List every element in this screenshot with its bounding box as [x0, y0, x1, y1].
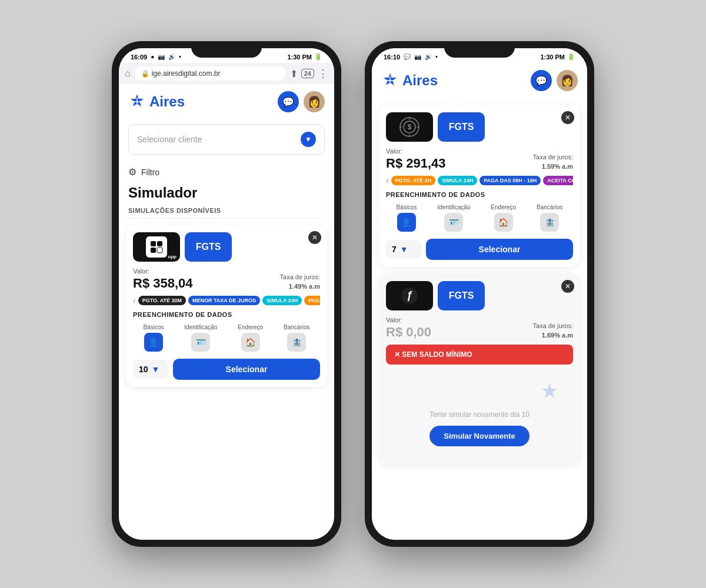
step-bank-r1: Bancários 🏦 [537, 204, 562, 232]
valor-value-right-2: R$ 0,00 [386, 325, 431, 340]
empty-text: Tente simular novamente dia 10 [398, 410, 561, 419]
fgts-logo-right-1: FGTS [438, 112, 485, 142]
header-actions-left: 💬 👩 [278, 91, 325, 112]
taxa-info-left: Taxa de juros: 1.49% a.m [280, 273, 320, 291]
app-content-right: Aires 💬 👩 ✕ [372, 63, 587, 540]
upp-icon [149, 240, 164, 254]
tag-paga: PAGA D [304, 296, 320, 305]
step-identificacao: Identificação 🪪 [184, 324, 217, 352]
steps-row-left: Básicos 👤 Identificação 🪪 Endereço 🏠 Ban… [133, 324, 320, 352]
tag-paga-r1: PAGA DAS 09H - 16H [479, 176, 541, 185]
card-logos-right-2: ƒ FGTS [386, 281, 573, 310]
valor-row-right-1: Valor: R$ 291,43 Taxa de juros: 1.59% a.… [386, 148, 573, 171]
filter-row[interactable]: ⚙ Filtro [119, 159, 334, 180]
chat-button-left[interactable]: 💬 [278, 91, 299, 112]
qty-chevron-icon: ▼ [152, 365, 160, 374]
select-chevron-icon[interactable]: ▼ [301, 132, 316, 147]
steps-row-right-1: Básicos 👤 Identificação 🪪 Endereço 🏠 Ban… [386, 204, 573, 232]
valor-row-right-2: Valor: R$ 0,00 Taxa de juros: 1.69% a.m [386, 316, 573, 340]
tag-menor-taxa: MENOR TAXA DE JUROS [188, 296, 260, 305]
emblem-logo: $ [386, 112, 433, 142]
tag-aceita-r1: ACEITA CON [543, 176, 573, 185]
chat-button-right[interactable]: 💬 [531, 70, 552, 91]
home-icon[interactable]: ⌂ [125, 68, 131, 79]
step-icon-addr-r1: 🏠 [494, 213, 513, 232]
prench-title-left: PREENCHIMENTO DE DADOS [133, 311, 320, 318]
tag-pgto: PGTO. ATÉ 30M [138, 296, 186, 305]
status-right-left: 1:30 PM 🔋 [287, 53, 322, 61]
step-basicos: Básicos 👤 [143, 324, 164, 352]
url-bar[interactable]: 🔒 ige.airesdigital.com.br [135, 66, 285, 81]
close-button-right-2[interactable]: ✕ [561, 280, 574, 293]
chat-icon-left: 💬 [282, 96, 294, 108]
valor-row-left: Valor: R$ 358,04 Taxa de juros: 1.49% a.… [133, 268, 320, 291]
tags-prev-icon[interactable]: ‹ [133, 296, 136, 305]
avatar-right[interactable]: 👩 [557, 70, 578, 91]
svg-rect-2 [157, 241, 162, 246]
select-button-left[interactable]: Selecionar [173, 359, 320, 380]
svg-rect-1 [151, 241, 156, 246]
status-time-right: 16:10 💬 📷 🔊 • [384, 54, 438, 61]
svg-text:ƒ: ƒ [407, 289, 412, 301]
app-header-right: Aires 💬 👩 [372, 63, 587, 98]
step-bancarios: Bancários 🏦 [284, 324, 309, 352]
upp-logo: upp [133, 232, 180, 262]
retry-button[interactable]: Simular Novamente [429, 426, 529, 446]
prench-title-right-1: PREENCHIMENTO DE DADOS [386, 191, 573, 198]
aires-logo-right: Aires [381, 72, 438, 89]
qty-chevron-icon-r1: ▼ [400, 245, 408, 254]
fortune-icon: ƒ [399, 285, 420, 306]
close-button-left[interactable]: ✕ [308, 231, 321, 244]
share-icon[interactable]: ⬆ [290, 68, 298, 79]
step-endereco: Endereço 🏠 [238, 324, 263, 352]
select-row-right-1: 7 ▼ Selecionar [386, 239, 573, 260]
app-header-left: Aires 💬 👩 [119, 84, 334, 119]
select-row-left: 10 ▼ Selecionar [133, 359, 320, 380]
aires-watermark-icon [538, 381, 561, 405]
tags-row-right-1: ‹ PGTO. ATÉ 2H SIMULA 24H PAGA DAS 09H -… [386, 176, 573, 185]
step-icon-bank: 🏦 [287, 333, 306, 352]
taxa-info-right-2: Taxa de juros: 1.69% a.m [533, 322, 573, 340]
card-logos-right-1: $ FGTS [386, 112, 573, 142]
error-banner: ✕ SEM SALDO MÍNIMO [386, 345, 573, 365]
aires-star-icon-right [381, 72, 399, 89]
tag-simula-r1: SIMULA 24H [438, 176, 477, 185]
section-title: SIMULAÇÕES DISPONÍVEIS [119, 203, 334, 218]
svg-rect-3 [151, 248, 156, 253]
sim-card-right-1: ✕ $ [379, 105, 580, 267]
valor-value-right-1: R$ 291,43 [386, 156, 446, 171]
emblem-icon: $ [398, 115, 421, 139]
qty-select-right-1[interactable]: 7 ▼ [386, 240, 421, 259]
browser-bar: ⌂ 🔒 ige.airesdigital.com.br ⬆ 24 ⋮ [119, 63, 334, 84]
sim-card-left: ✕ upp [126, 225, 327, 387]
step-icon-id-r1: 🪪 [444, 213, 463, 232]
select-button-right-1[interactable]: Selecionar [426, 239, 573, 260]
taxa-info-right-1: Taxa de juros: 1.59% a.m [533, 153, 573, 171]
tags-row-left: ‹ PGTO. ATÉ 30M MENOR TAXA DE JUROS SIMU… [133, 296, 320, 305]
step-icon-id: 🪪 [191, 333, 210, 352]
phone-left: 16:09 ● 📷 🔊 • 1:30 PM 🔋 ⌂ 🔒 ige.airesdig… [112, 41, 341, 547]
fgts-logo-right-2: FGTS [438, 281, 485, 310]
status-time-left: 16:09 ● 📷 🔊 • [131, 54, 181, 61]
step-icon-addr: 🏠 [241, 333, 260, 352]
tags-prev-icon-r1[interactable]: ‹ [386, 176, 389, 185]
tab-count[interactable]: 24 [301, 69, 314, 78]
tag-simula: SIMULA 24H [262, 296, 302, 305]
fortune-logo: ƒ [386, 281, 433, 310]
step-addr-r1: Endereço 🏠 [491, 204, 516, 232]
header-actions-right: 💬 👩 [531, 70, 578, 91]
sim-card-right-2: ✕ ƒ FGTS Valor: [379, 274, 580, 465]
step-basicos-r1: Básicos 👤 [396, 204, 417, 232]
section-divider [128, 218, 325, 218]
step-id-r1: Identificação 🪪 [437, 204, 470, 232]
card-logos-left: upp FGTS [133, 232, 320, 262]
avatar-left[interactable]: 👩 [304, 91, 325, 112]
qty-select-left[interactable]: 10 ▼ [133, 360, 168, 379]
status-right-right: 1:30 PM 🔋 [540, 53, 575, 61]
select-client[interactable]: Selecionar cliente ▼ [128, 124, 325, 155]
aires-star-icon [128, 93, 146, 111]
close-button-right-1[interactable]: ✕ [561, 111, 574, 124]
chat-icon-right: 💬 [535, 75, 547, 86]
menu-icon[interactable]: ⋮ [318, 67, 328, 80]
fgts-logo-left: FGTS [185, 232, 232, 262]
